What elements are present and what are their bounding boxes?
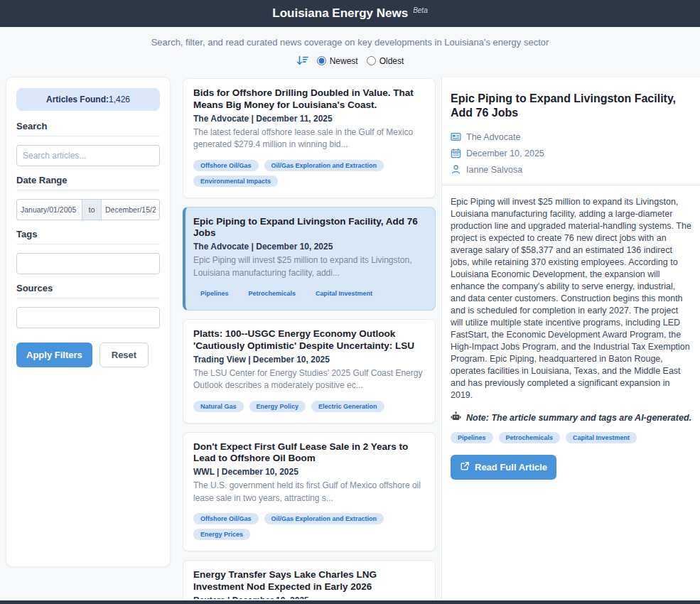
article-card-summary: The U.S. government held its first Gulf … bbox=[193, 480, 425, 505]
article-list: Bids for Offshore Drilling Doubled in Va… bbox=[183, 77, 436, 599]
tag-chip: Oil/Gas Exploration and Extraction bbox=[264, 513, 384, 524]
article-card-summary: The LSU Center for Energy Studies' 2025 … bbox=[193, 367, 425, 392]
reset-button[interactable]: Reset bbox=[99, 343, 149, 367]
tag-chip: Environmental Impacts bbox=[193, 176, 278, 187]
article-card-source-date: The Advocate | December 10, 2025 bbox=[193, 242, 425, 252]
date-to-label: to bbox=[82, 199, 102, 220]
external-link-icon bbox=[460, 461, 470, 473]
tag-chip: Capital Investment bbox=[566, 432, 637, 443]
tag-chip: Capital Investment bbox=[308, 288, 379, 299]
divider bbox=[16, 190, 160, 190]
article-card-title: Platts: 100--USGC Energy Economy Outlook… bbox=[193, 328, 425, 352]
article-card-title: Don't Expect First Gulf Lease Sale in 2 … bbox=[193, 441, 425, 465]
article-card[interactable]: Platts: 100--USGC Energy Economy Outlook… bbox=[183, 319, 436, 424]
sort-newest-label: Newest bbox=[330, 56, 358, 66]
article-card[interactable]: Don't Expect First Gulf Lease Sale in 2 … bbox=[183, 432, 436, 552]
tag-chip: Offshore Oil/Gas bbox=[193, 513, 259, 524]
article-card-source-date: WWL | December 10, 2025 bbox=[193, 467, 425, 477]
article-card-title: Bids for Offshore Drilling Doubled in Va… bbox=[193, 87, 425, 112]
detail-tags: PipelinesPetrochemicalsCapital Investmen… bbox=[451, 430, 691, 446]
article-card[interactable]: Bids for Offshore Drilling Doubled in Va… bbox=[183, 78, 436, 198]
detail-date: December 10, 2025 bbox=[466, 149, 544, 158]
sort-newest-option[interactable]: Newest bbox=[317, 56, 358, 66]
filter-buttons-row: Apply Filters Reset bbox=[16, 343, 160, 367]
person-icon bbox=[451, 164, 461, 175]
tag-chip: Pipelines bbox=[451, 432, 493, 443]
tag-chip: Offshore Oil/Gas bbox=[193, 160, 259, 171]
sort-oldest-radio[interactable] bbox=[367, 56, 376, 65]
app-title: Louisiana Energy News bbox=[272, 6, 408, 21]
sources-input[interactable] bbox=[16, 307, 160, 328]
articles-found-value: 1,426 bbox=[109, 95, 130, 104]
article-card-tags: Offshore Oil/GasOil/Gas Exploration and … bbox=[193, 158, 425, 189]
divider bbox=[16, 298, 160, 298]
article-card-tags: Offshore Oil/GasOil/Gas Exploration and … bbox=[193, 511, 425, 542]
detail-source: The Advocate bbox=[466, 132, 520, 142]
tag-chip: Petrochemicals bbox=[499, 432, 561, 443]
read-full-article-label: Read Full Article bbox=[475, 462, 547, 473]
article-card[interactable]: Epic Piping to Expand Livingston Facilit… bbox=[183, 207, 436, 311]
detail-title: Epic Piping to Expand Livingston Facilit… bbox=[451, 92, 691, 120]
articles-found-label: Articles Found: bbox=[46, 95, 109, 104]
tag-chip: Pipelines bbox=[193, 288, 236, 299]
date-from-input[interactable] bbox=[16, 199, 82, 220]
ai-note: Note: The article summary and tags are A… bbox=[451, 411, 691, 424]
detail-body: Epic Piping will invest $25 million to e… bbox=[451, 196, 691, 401]
divider bbox=[16, 136, 160, 136]
tag-chip: Energy Prices bbox=[193, 529, 250, 540]
read-full-article-button[interactable]: Read Full Article bbox=[451, 455, 556, 480]
tag-chip: Natural Gas bbox=[193, 401, 244, 412]
article-card-source-date: Trading View | December 10, 2025 bbox=[193, 355, 425, 365]
newspaper-icon bbox=[451, 131, 461, 142]
detail-author-row: Ianne Salvosa bbox=[451, 164, 691, 175]
app-header: Louisiana Energy News Beta bbox=[0, 0, 700, 27]
divider bbox=[16, 244, 160, 244]
sort-oldest-label: Oldest bbox=[379, 56, 404, 66]
date-to-input[interactable] bbox=[102, 199, 160, 220]
main-content: Articles Found:1,426 Search Date Range t… bbox=[0, 77, 700, 599]
article-card-title: Epic Piping to Expand Livingston Facilit… bbox=[193, 216, 425, 240]
app-subtitle: Search, filter, and read curated news co… bbox=[0, 37, 700, 48]
tags-input[interactable] bbox=[16, 253, 160, 274]
sort-controls: Newest Oldest bbox=[0, 55, 700, 66]
article-card-summary: The latest federal offshore lease sale i… bbox=[193, 126, 425, 151]
tags-heading: Tags bbox=[16, 229, 160, 239]
footer-bar bbox=[0, 600, 700, 604]
sort-newest-radio[interactable] bbox=[317, 56, 326, 65]
article-card-summary: Epic Piping will invest $25 million to e… bbox=[193, 254, 425, 279]
tag-chip: Petrochemicals bbox=[242, 288, 303, 299]
filters-sidebar: Articles Found:1,426 Search Date Range t… bbox=[6, 77, 171, 567]
detail-source-row: The Advocate bbox=[451, 131, 691, 142]
article-detail: Epic Piping to Expand Livingston Facilit… bbox=[441, 77, 700, 599]
robot-icon bbox=[451, 411, 461, 424]
search-input[interactable] bbox=[16, 145, 160, 166]
ai-note-text: Note: The article summary and tags are A… bbox=[466, 413, 691, 423]
beta-badge: Beta bbox=[413, 6, 428, 14]
date-range-heading: Date Range bbox=[16, 175, 160, 185]
article-card[interactable]: Energy Transfer Says Lake Charles LNG In… bbox=[183, 560, 436, 599]
tag-chip: Electric Generation bbox=[311, 401, 384, 412]
article-card-title: Energy Transfer Says Lake Charles LNG In… bbox=[193, 569, 425, 593]
article-card-tags: PipelinesPetrochemicalsCapital Investmen… bbox=[193, 286, 425, 301]
article-card-source-date: Reuters | December 10, 2025 bbox=[193, 595, 425, 599]
detail-author: Ianne Salvosa bbox=[466, 165, 522, 175]
tag-chip: Oil/Gas Exploration and Extraction bbox=[264, 160, 384, 171]
date-range-row: to bbox=[16, 199, 160, 220]
sort-descending-icon bbox=[296, 55, 308, 66]
divider bbox=[442, 185, 700, 185]
sort-oldest-option[interactable]: Oldest bbox=[367, 56, 404, 66]
tag-chip: Energy Policy bbox=[249, 401, 306, 412]
detail-date-row: December 10, 2025 bbox=[451, 148, 691, 158]
article-card-tags: Natural GasEnergy PolicyElectric Generat… bbox=[193, 399, 425, 414]
articles-found-badge: Articles Found:1,426 bbox=[16, 88, 160, 111]
sources-heading: Sources bbox=[16, 283, 160, 293]
article-card-source-date: The Advocate | December 11, 2025 bbox=[193, 114, 425, 124]
apply-filters-button[interactable]: Apply Filters bbox=[16, 343, 92, 367]
calendar-icon bbox=[451, 148, 461, 158]
search-heading: Search bbox=[16, 121, 160, 131]
